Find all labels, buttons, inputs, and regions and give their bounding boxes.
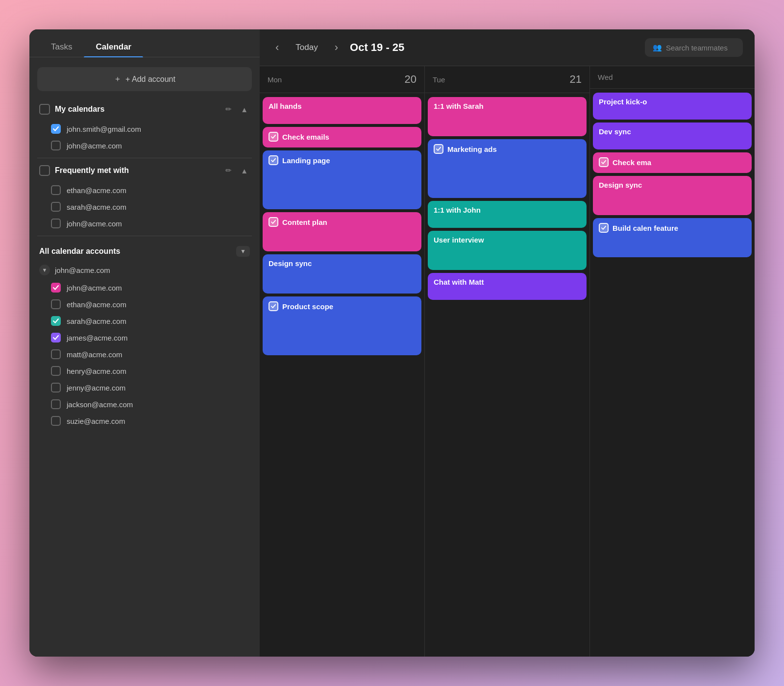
tab-tasks[interactable]: Tasks: [39, 37, 84, 57]
event-label: Dev sync: [599, 127, 631, 136]
account-member-5[interactable]: henry@acme.com: [37, 363, 252, 379]
day-name-mon: Mon: [268, 75, 282, 84]
sidebar-content: ＋ + Add account My calendars ✏ ▲ john.sm…: [29, 57, 260, 657]
event-dev-sync[interactable]: Dev sync: [593, 122, 752, 149]
event-all-hands[interactable]: All hands: [263, 97, 421, 124]
event-content-plan[interactable]: Content plan: [263, 212, 421, 251]
event-label: Landing page: [282, 156, 330, 165]
check-icon: [269, 132, 278, 142]
freq-checkbox-2[interactable]: [51, 219, 61, 228]
event-check-ema-wed[interactable]: Check ema: [593, 152, 752, 173]
plus-icon: ＋: [114, 74, 122, 84]
account-group-chevron-0: ▼: [39, 265, 50, 275]
account-member-email-0: john@acme.com: [67, 284, 122, 292]
today-btn[interactable]: Today: [291, 40, 322, 55]
event-label: Project kick-o: [599, 98, 647, 106]
account-member-checkbox-2[interactable]: [51, 316, 61, 326]
account-member-checkbox-7[interactable]: [51, 399, 61, 409]
event-label: Marketing ads: [447, 145, 497, 153]
event-label: User interview: [434, 236, 484, 244]
event-chat-matt[interactable]: Chat with Matt: [428, 273, 587, 300]
app-window: Tasks Calendar ＋ + Add account My calend…: [29, 29, 755, 657]
day-events-tue: 1:1 with Sarah Marketing ads: [425, 93, 589, 657]
check-icon: [269, 301, 278, 311]
account-group-name-0: john@acme.com: [55, 266, 110, 274]
freq-email-1: sarah@acme.com: [67, 203, 126, 211]
event-label: Design sync: [599, 181, 642, 189]
account-member-checkbox-8[interactable]: [51, 416, 61, 426]
event-design-sync-wed[interactable]: Design sync: [593, 176, 752, 215]
my-calendars-edit-btn[interactable]: ✏: [223, 104, 234, 115]
my-calendars-row-1[interactable]: john@acme.com: [37, 137, 252, 154]
account-member-4[interactable]: matt@acme.com: [37, 346, 252, 363]
frequently-met-edit-btn[interactable]: ✏: [223, 165, 234, 176]
account-member-email-8: suzie@acme.com: [67, 417, 125, 425]
add-account-button[interactable]: ＋ + Add account: [37, 67, 252, 91]
day-column-tue: Tue 21 1:1 with Sarah Mar: [425, 66, 590, 657]
event-1on1-sarah[interactable]: 1:1 with Sarah: [428, 97, 587, 136]
add-account-label: + Add account: [125, 75, 175, 84]
frequently-met-row-2[interactable]: john@acme.com: [37, 215, 252, 232]
day-events-mon: All hands Check emails: [260, 93, 424, 657]
event-1on1-john[interactable]: 1:1 with John: [428, 201, 587, 228]
event-check-emails[interactable]: Check emails: [263, 127, 421, 147]
event-label: Check ema: [612, 158, 651, 167]
event-label: Product scope: [282, 302, 333, 311]
search-teammates-placeholder: Search teammates: [666, 44, 728, 52]
account-member-checkbox-1[interactable]: [51, 299, 61, 309]
account-member-8[interactable]: suzie@acme.com: [37, 413, 252, 429]
account-member-checkbox-6[interactable]: [51, 383, 61, 392]
event-landing-page[interactable]: Landing page: [263, 150, 421, 209]
prev-btn[interactable]: ‹: [271, 39, 283, 56]
account-member-email-5: henry@acme.com: [67, 367, 126, 375]
account-member-checkbox-3[interactable]: [51, 333, 61, 343]
day-name-tue: Tue: [433, 75, 445, 84]
event-marketing-ads[interactable]: Marketing ads: [428, 139, 587, 198]
account-member-0[interactable]: john@acme.com: [37, 279, 252, 296]
frequently-met-row-0[interactable]: ethan@acme.com: [37, 182, 252, 198]
my-calendars-email-1: john@acme.com: [67, 142, 122, 150]
search-teammates-btn[interactable]: 👥 Search teammates: [645, 38, 743, 57]
my-calendars-checkbox-1[interactable]: [51, 141, 61, 150]
my-calendars-row-0[interactable]: john.smith@gmail.com: [37, 121, 252, 137]
check-icon: [434, 144, 443, 154]
account-member-checkbox-0[interactable]: [51, 283, 61, 293]
account-member-checkbox-4[interactable]: [51, 349, 61, 359]
freq-checkbox-0[interactable]: [51, 185, 61, 195]
account-group-header-0[interactable]: ▼ john@acme.com: [37, 261, 252, 279]
all-accounts-collapse-btn[interactable]: ▼: [236, 246, 250, 257]
frequently-met-row-1[interactable]: sarah@acme.com: [37, 198, 252, 215]
account-member-3[interactable]: james@acme.com: [37, 329, 252, 346]
my-calendars-section: My calendars ✏ ▲ john.smith@gmail.com jo…: [37, 101, 252, 154]
my-calendars-checkbox-0[interactable]: [51, 124, 61, 134]
event-label: 1:1 with Sarah: [434, 102, 484, 110]
date-range: Oct 19 - 25: [350, 41, 637, 54]
account-member-7[interactable]: jackson@acme.com: [37, 396, 252, 413]
event-project-kickoff[interactable]: Project kick-o: [593, 93, 752, 120]
frequently-met-checkbox[interactable]: [39, 165, 50, 176]
event-user-interview[interactable]: User interview: [428, 231, 587, 270]
account-member-email-4: matt@acme.com: [67, 350, 122, 359]
event-product-scope[interactable]: Product scope: [263, 296, 421, 355]
account-member-email-1: ethan@acme.com: [67, 300, 126, 309]
account-member-checkbox-5[interactable]: [51, 366, 61, 376]
day-column-mon: Mon 20 All hands Check em: [260, 66, 425, 657]
my-calendars-checkbox[interactable]: [39, 104, 50, 115]
account-member-6[interactable]: jenny@acme.com: [37, 379, 252, 396]
check-icon: [269, 155, 278, 165]
event-label: Content plan: [282, 218, 327, 226]
account-member-email-3: james@acme.com: [67, 334, 127, 342]
account-member-1[interactable]: ethan@acme.com: [37, 296, 252, 313]
event-label: Build calen feature: [612, 224, 678, 232]
next-btn[interactable]: ›: [331, 39, 342, 56]
tab-calendar[interactable]: Calendar: [84, 37, 143, 57]
my-calendars-collapse-btn[interactable]: ▲: [239, 104, 250, 115]
event-design-sync-mon[interactable]: Design sync: [263, 254, 421, 294]
account-member-2[interactable]: sarah@acme.com: [37, 313, 252, 329]
my-calendars-title: My calendars: [55, 105, 219, 114]
event-build-calen[interactable]: Build calen feature: [593, 218, 752, 257]
frequently-met-collapse-btn[interactable]: ▲: [239, 166, 250, 176]
my-calendars-email-0: john.smith@gmail.com: [67, 125, 141, 133]
freq-checkbox-1[interactable]: [51, 202, 61, 212]
account-member-email-2: sarah@acme.com: [67, 317, 126, 325]
